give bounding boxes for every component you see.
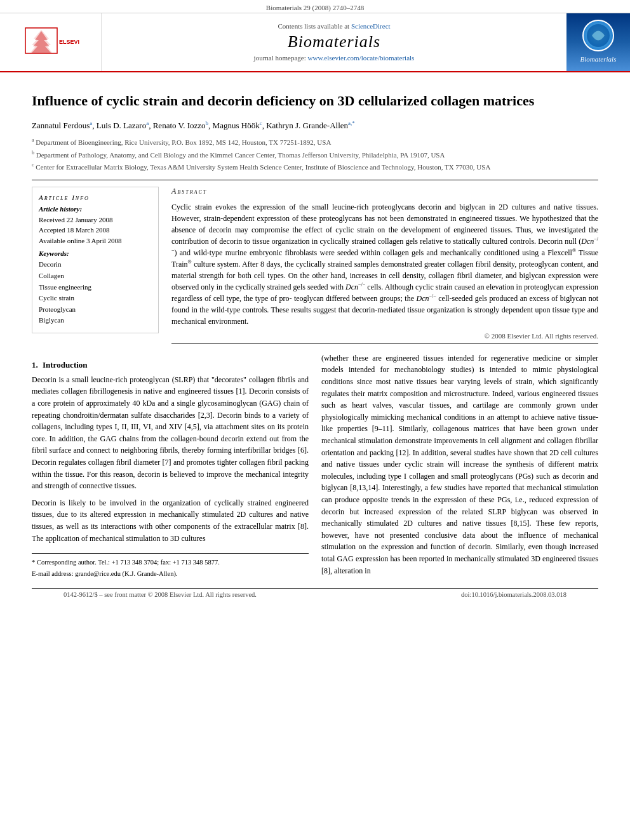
journal-badge: Biomaterials — [580, 20, 617, 65]
intro-heading: 1. Introduction — [32, 360, 309, 370]
intro-para-1: Decorin is a small leucine-rich proteogl… — [32, 374, 309, 492]
keyword-biglycan: Biglycan — [39, 315, 152, 326]
keyword-collagen: Collagen — [39, 270, 152, 282]
info-abstract-section: Article Info Article history: Received 2… — [32, 187, 598, 343]
affiliation-b: b Department of Pathology, Anatomy, and … — [32, 149, 598, 160]
keyword-proteoglycan: Proteoglycan — [39, 304, 152, 316]
affiliation-c: c Center for Extracellular Matrix Biolog… — [32, 161, 598, 172]
issn-text: 0142-9612/$ – see front matter © 2008 El… — [64, 591, 257, 598]
body-left-col: 1. Introduction Decorin is a small leuci… — [32, 352, 309, 582]
footnote-email: E-mail address: grande@rice.edu (K.J. Gr… — [32, 569, 309, 579]
journal-header: ELSEVIER Contents lists available at Sci… — [0, 13, 630, 72]
article-info-col: Article Info Article history: Received 2… — [32, 187, 159, 343]
available-date: Available online 3 April 2008 — [39, 236, 152, 246]
keywords-label: Keywords: — [39, 250, 152, 257]
doi-text: doi:10.1016/j.biomaterials.2008.03.018 — [461, 591, 566, 598]
article-title: Influence of cyclic strain and decorin d… — [32, 91, 598, 110]
journal-title: Biomaterials — [288, 32, 380, 51]
footnote-corresponding: * Corresponding author. Tel.: +1 713 348… — [32, 557, 309, 568]
keywords-list: Decorin Collagen Tissue engineering Cycl… — [39, 259, 152, 326]
body-section: 1. Introduction Decorin is a small leuci… — [32, 352, 598, 582]
footnote-area: * Corresponding author. Tel.: +1 713 348… — [32, 553, 309, 579]
homepage-link[interactable]: www.elsevier.com/locate/biomaterials — [308, 54, 415, 62]
affiliations-block: a Department of Bioengineering, Rice Uni… — [32, 137, 598, 180]
body-right-col: (whether these are engineered tissues in… — [321, 352, 598, 582]
right-para-1: (whether these are engineered tissues in… — [321, 352, 598, 577]
keyword-cyclic-strain: Cyclic strain — [39, 293, 152, 304]
author-grande-allen: Kathryn J. Grande-Allen — [266, 121, 348, 131]
section-num: 1. — [32, 360, 38, 370]
elsevier-logo-area: ELSEVIER — [0, 13, 102, 71]
author-iozzo: Renato V. Iozzo — [153, 121, 206, 131]
keyword-decorin: Decorin — [39, 259, 152, 270]
journal-badge-area: Biomaterials — [566, 13, 630, 71]
authors-line: Zannatul Ferdousa, Luis D. Lazaroa, Rena… — [32, 119, 598, 133]
article-info-box: Article Info Article history: Received 2… — [32, 187, 159, 333]
bottom-bar: 0142-9612/$ – see front matter © 2008 El… — [32, 588, 598, 601]
accepted-date: Accepted 18 March 2008 — [39, 225, 152, 236]
journal-header-center: Contents lists available at ScienceDirec… — [102, 13, 566, 71]
received-date: Received 22 January 2008 — [39, 215, 152, 225]
journal-citation-bar: Biomaterials 29 (2008) 2740–2748 — [0, 0, 630, 13]
article-history-label: Article history: — [39, 205, 152, 213]
journal-homepage: journal homepage: www.elsevier.com/locat… — [254, 54, 415, 62]
affiliation-a: a Department of Bioengineering, Rice Uni… — [32, 137, 598, 147]
section-title-intro: Introduction — [43, 360, 88, 370]
abstract-text: Cyclic strain evokes the expression of t… — [171, 201, 598, 327]
abstract-title: Abstract — [171, 187, 598, 196]
article-info-title: Article Info — [39, 194, 152, 201]
sciencedirect-text: Contents lists available at ScienceDirec… — [278, 22, 390, 30]
copyright-text: © 2008 Elsevier Ltd. All rights reserved… — [171, 332, 598, 343]
author-ferdous: Zannatul Ferdous — [32, 121, 90, 131]
abstract-col: Abstract Cyclic strain evokes the expres… — [171, 187, 598, 343]
badge-icon — [582, 20, 614, 51]
author-hook: Magnus Höök — [213, 121, 260, 131]
sciencedirect-link[interactable]: ScienceDirect — [351, 22, 391, 30]
author-lazaro: Luis D. Lazaro — [97, 121, 146, 131]
article-content: Influence of cyclic strain and decorin d… — [0, 72, 630, 614]
elsevier-logo-svg: ELSEVIER — [22, 25, 79, 60]
intro-para-2: Decorin is likely to be involved in the … — [32, 497, 309, 544]
keyword-tissue-engineering: Tissue engineering — [39, 282, 152, 293]
journal-citation: Biomaterials 29 (2008) 2740–2748 — [266, 4, 364, 11]
svg-text:ELSEVIER: ELSEVIER — [59, 39, 79, 45]
